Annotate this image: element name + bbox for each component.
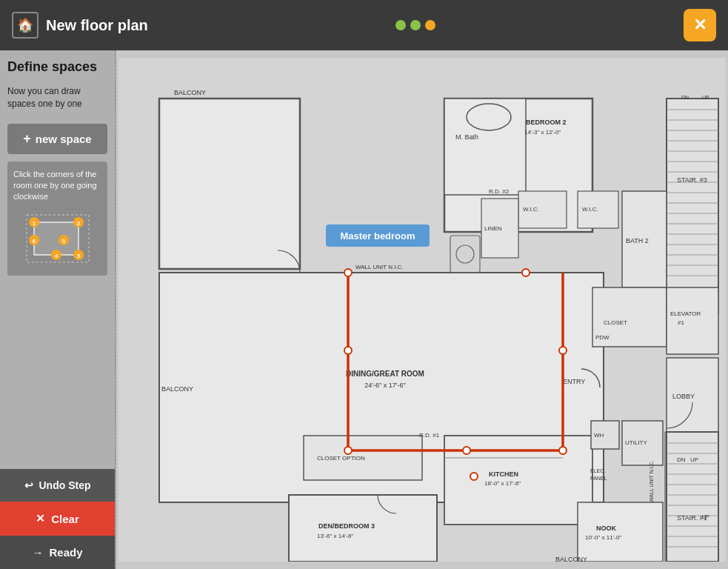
svg-point-118	[559, 347, 567, 354]
close-button[interactable]: ✕	[684, 9, 716, 41]
svg-text:DEN/BEDROOM 3: DEN/BEDROOM 3	[318, 522, 375, 530]
header: 🏠 New floor plan ✕	[0, 0, 728, 50]
new-space-label: new space	[36, 133, 92, 145]
ready-label: Ready	[49, 546, 82, 559]
clear-button[interactable]: ✕ Clear	[0, 502, 115, 536]
svg-rect-96	[578, 502, 663, 562]
header-dots	[395, 20, 435, 30]
svg-text:UTILITY: UTILITY	[625, 439, 647, 446]
corner-diagram: 1 2 3 4 5 6	[13, 209, 101, 268]
app-title: New floor plan	[46, 17, 148, 34]
ready-arrow-icon: →	[32, 546, 43, 559]
svg-text:2: 2	[76, 220, 80, 227]
plus-icon: +	[23, 131, 31, 147]
svg-text:3: 3	[76, 253, 80, 259]
svg-text:LINEN: LINEN	[484, 225, 502, 232]
svg-text:KITCHEN: KITCHEN	[489, 470, 518, 478]
floorplan-svg: BALCONY M. Bath BEDROOM 2 14'-3" x 12'-0…	[118, 58, 726, 562]
svg-text:CLOSET OPTION: CLOSET OPTION	[317, 455, 365, 462]
svg-text:UP: UP	[702, 514, 709, 519]
dot-3	[425, 20, 435, 30]
svg-text:W.I.C.: W.I.C.	[523, 206, 539, 213]
svg-text:WH: WH	[594, 432, 604, 439]
svg-text:18'-0" x 17'-6": 18'-0" x 17'-6"	[484, 480, 521, 487]
svg-text:ELEC.: ELEC.	[590, 468, 605, 473]
undo-icon: ↩	[24, 479, 33, 491]
svg-rect-18	[444, 99, 526, 195]
svg-text:6: 6	[32, 238, 36, 244]
svg-text:14'-3" x 12'-0": 14'-3" x 12'-0"	[524, 129, 561, 136]
header-left: 🏠 New floor plan	[12, 12, 148, 39]
svg-text:BALCONY: BALCONY	[174, 89, 206, 96]
svg-text:24'-6" x 17'-6": 24'-6" x 17'-6"	[364, 382, 405, 389]
svg-text:M. Bath: M. Bath	[455, 133, 478, 141]
svg-text:LOBBY: LOBBY	[672, 393, 695, 400]
svg-text:STAIR. #3: STAIR. #3	[677, 176, 707, 184]
dot-2	[410, 20, 421, 30]
svg-text:UP: UP	[702, 95, 709, 100]
svg-text:ELEVATOR: ELEVATOR	[670, 310, 701, 317]
define-spaces-title: Define spaces	[7, 59, 107, 75]
svg-text:BEDROOM 2: BEDROOM 2	[526, 119, 567, 126]
svg-text:R.D. #1: R.D. #1	[419, 432, 440, 439]
svg-text:R.D. #2: R.D. #2	[489, 188, 510, 195]
svg-text:1: 1	[32, 220, 36, 227]
svg-text:#1: #1	[678, 319, 684, 326]
svg-text:DN: DN	[681, 95, 689, 100]
svg-rect-80	[667, 432, 718, 562]
sidebar: Define spaces Now you can draw spaces on…	[0, 50, 115, 569]
svg-text:CLOSET: CLOSET	[604, 319, 627, 326]
svg-rect-23	[667, 99, 718, 313]
svg-text:13'-6" x 14'-6": 13'-6" x 14'-6"	[317, 533, 353, 539]
define-spaces-desc: Now you can draw spaces one by one	[7, 85, 107, 110]
undo-step-button[interactable]: ↩ Undo Step	[0, 469, 115, 502]
clear-label: Clear	[51, 513, 79, 525]
svg-point-112	[344, 269, 352, 276]
svg-text:PANEL: PANEL	[590, 476, 607, 481]
svg-point-117	[559, 447, 567, 454]
svg-text:10'-0" x 11'-0": 10'-0" x 11'-0"	[585, 534, 621, 541]
dot-1	[395, 20, 406, 30]
svg-text:UP: UP	[690, 456, 698, 463]
svg-text:BALCONY: BALCONY	[161, 385, 193, 393]
svg-point-119	[522, 269, 530, 276]
floorplan-area[interactable]: BALCONY M. Bath BEDROOM 2 14'-3" x 12'-0…	[116, 50, 728, 569]
svg-text:WALL UNIT N.I.C.: WALL UNIT N.I.C.	[355, 264, 404, 270]
svg-text:Master bedroom: Master bedroom	[340, 230, 415, 242]
svg-point-115	[463, 447, 470, 454]
ready-button[interactable]: → Ready	[0, 536, 115, 569]
svg-text:DINING/GREAT ROOM: DINING/GREAT ROOM	[346, 370, 424, 378]
svg-text:BATH 2: BATH 2	[626, 237, 649, 244]
svg-rect-62	[667, 287, 718, 354]
svg-point-113	[344, 347, 352, 354]
sidebar-bottom: ↩ Undo Step ✕ Clear → Ready	[0, 469, 115, 569]
new-space-button[interactable]: + new space	[7, 124, 107, 154]
svg-text:5: 5	[61, 238, 65, 244]
svg-point-116	[470, 473, 478, 480]
svg-text:BALCONY: BALCONY	[555, 556, 587, 562]
svg-text:WALL UNIT N.I.C.: WALL UNIT N.I.C.	[649, 460, 654, 502]
svg-text:4: 4	[54, 253, 58, 259]
svg-text:W.I.C.: W.I.C.	[582, 206, 598, 213]
diagram-svg: 1 2 3 4 5 6	[21, 209, 95, 268]
svg-text:PDW: PDW	[595, 334, 610, 341]
svg-text:ENTRY: ENTRY	[563, 378, 585, 385]
svg-text:DN: DN	[677, 456, 686, 463]
undo-label: Undo Step	[39, 479, 91, 491]
instructions-box: Click the corners of the room one by one…	[7, 162, 107, 276]
svg-point-114	[344, 447, 352, 454]
instructions-text: Click the corners of the room one by one…	[13, 169, 101, 203]
home-icon: 🏠	[12, 12, 39, 39]
clear-x-icon: ✕	[36, 512, 45, 525]
svg-rect-15	[159, 99, 300, 269]
main: Define spaces Now you can draw spaces on…	[0, 50, 728, 569]
svg-text:NOOK: NOOK	[596, 525, 617, 532]
